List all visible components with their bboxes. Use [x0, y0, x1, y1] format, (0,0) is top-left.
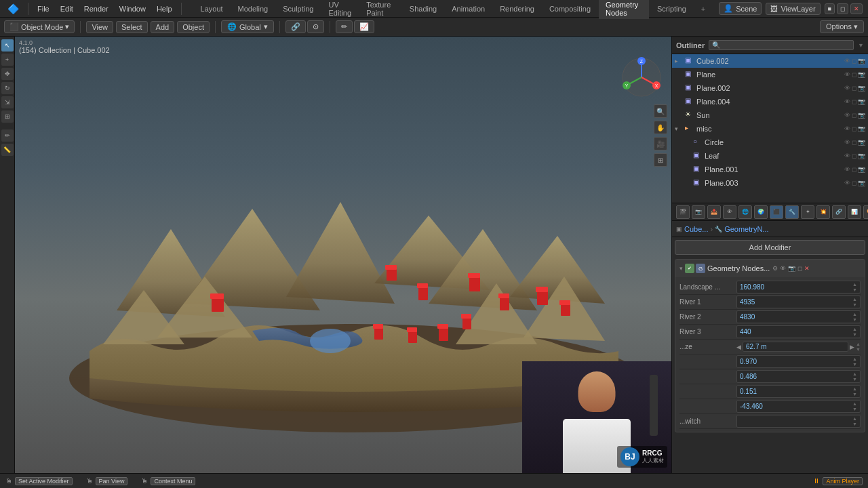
- visibility-icon[interactable]: 👁: [844, 139, 850, 146]
- param-value-0151[interactable]: 0.151 ▲ ▼: [736, 385, 861, 398]
- tab-uv-editing[interactable]: UV Editing: [321, 0, 358, 19]
- view-menu[interactable]: View: [86, 21, 113, 33]
- arrow-down[interactable]: ▼: [852, 362, 857, 367]
- scale-tool[interactable]: ⇲: [1, 96, 14, 108]
- param-value-neg43460[interactable]: -43.460 ▲ ▼: [736, 400, 861, 413]
- move-tool[interactable]: ✥: [1, 68, 14, 80]
- tab-shading[interactable]: Shading: [403, 3, 443, 15]
- options-btn[interactable]: Options ▾: [820, 20, 864, 33]
- visibility-icon[interactable]: 👁: [844, 71, 850, 78]
- navigation-gizmo[interactable]: Z X Y: [621, 57, 662, 98]
- tab-rendering[interactable]: Rendering: [493, 3, 541, 15]
- tab-layout[interactable]: Layout: [194, 3, 230, 15]
- annotate-tool[interactable]: ✏: [1, 129, 14, 142]
- render-icon[interactable]: 📷: [858, 139, 865, 146]
- outliner-item-plane001[interactable]: ▣ Plane.001 👁 ◻ 📷: [672, 163, 868, 176]
- arrow-down[interactable]: ▼: [852, 287, 857, 292]
- arrow-up[interactable]: ▲: [856, 342, 861, 346]
- render-icon[interactable]: 📷: [858, 166, 865, 173]
- select-menu[interactable]: Select: [116, 21, 148, 33]
- arrow-down[interactable]: ▼: [856, 347, 861, 352]
- arrow-down[interactable]: ▼: [852, 377, 857, 382]
- menu-window[interactable]: Window: [115, 3, 151, 14]
- outliner-item-cube002[interactable]: ▸ ▣ Cube.002 👁 ◻ 📷: [672, 54, 868, 68]
- render-icon[interactable]: 📷: [858, 152, 865, 159]
- param-value-witch[interactable]: ▲ ▼: [736, 415, 861, 428]
- menu-file[interactable]: File: [33, 3, 54, 14]
- visibility-icon[interactable]: 👁: [844, 152, 850, 159]
- arrow-down[interactable]: ▼: [852, 407, 857, 411]
- proportional-btn[interactable]: ⊙: [307, 20, 324, 33]
- arrow-down[interactable]: ▼: [852, 302, 857, 307]
- add-modifier-btn[interactable]: Add Modifier: [675, 240, 865, 255]
- arrow-up[interactable]: ▲: [852, 357, 857, 361]
- viewport-icon[interactable]: ◻: [852, 58, 856, 64]
- breadcrumb-geometry[interactable]: GeometryN...: [724, 225, 768, 233]
- top-btn-1[interactable]: ■: [825, 3, 835, 14]
- arrow-up[interactable]: ▲: [852, 371, 857, 376]
- visibility-icon[interactable]: 👁: [844, 85, 850, 92]
- render-icon[interactable]: 📷: [858, 98, 865, 105]
- mode-select-btn[interactable]: ⬛ Object Mode ▾: [4, 20, 75, 33]
- modifier-settings-icon[interactable]: ⚙: [772, 265, 778, 272]
- prop-render-btn[interactable]: 📷: [692, 205, 705, 219]
- viewport-icon[interactable]: ◻: [852, 152, 856, 159]
- visibility-icon[interactable]: 👁: [844, 180, 850, 186]
- param-value-0970[interactable]: 0.970 ▲ ▼: [736, 355, 861, 368]
- prop-obj-btn[interactable]: ⬛: [770, 205, 783, 219]
- arrow-up[interactable]: ▲: [852, 282, 857, 287]
- viewport-icon[interactable]: ◻: [852, 98, 856, 105]
- modifier-expand-icon[interactable]: ▾: [679, 265, 683, 272]
- snap-btn[interactable]: 🔗: [285, 20, 306, 33]
- transform-orientation[interactable]: 🌐 Global ▾: [221, 20, 274, 33]
- visibility-icon[interactable]: 👁: [844, 58, 850, 64]
- param-value-river1[interactable]: 4935 ▲ ▼: [736, 296, 861, 308]
- status-key-anim[interactable]: Anim Player: [823, 477, 863, 485]
- measure-tool[interactable]: 📏: [1, 144, 14, 156]
- visibility-icon[interactable]: 👁: [844, 112, 850, 119]
- outliner-item-misc[interactable]: ▾ ▸ misc 👁 ◻ 📷: [672, 122, 868, 136]
- add-menu[interactable]: Add: [151, 21, 175, 33]
- render-icon[interactable]: 📷: [858, 71, 865, 78]
- viewport-icon[interactable]: ◻: [852, 85, 856, 92]
- viewport-icon[interactable]: ◻: [852, 166, 856, 173]
- breadcrumb-cube[interactable]: Cube...: [684, 225, 708, 233]
- param-value-landscape[interactable]: 160.980 ▲ ▼: [736, 281, 861, 293]
- outliner-item-sun[interactable]: ☀ Sun 👁 ◻ 📷: [672, 108, 868, 122]
- tab-animation[interactable]: Animation: [445, 3, 492, 15]
- size-left-arrow[interactable]: ◀: [736, 344, 741, 350]
- transform-tool[interactable]: ⊞: [1, 110, 14, 123]
- visibility-icon[interactable]: 👁: [844, 98, 850, 105]
- prop-particles-btn[interactable]: ✦: [801, 205, 814, 219]
- rotate-tool[interactable]: ↻: [1, 82, 14, 94]
- outliner-item-plane[interactable]: ▣ Plane 👁 ◻ 📷: [672, 68, 868, 81]
- arrow-up[interactable]: ▲: [852, 386, 857, 391]
- select-tool[interactable]: ↖: [1, 39, 14, 52]
- graph-btn[interactable]: 📈: [354, 20, 374, 33]
- param-value-0486[interactable]: 0.486 ▲ ▼: [736, 370, 861, 383]
- render-icon[interactable]: 📷: [858, 112, 865, 119]
- viewport-icon[interactable]: ◻: [852, 125, 856, 132]
- render-icon[interactable]: 📷: [858, 180, 865, 186]
- viewport-icon[interactable]: ◻: [852, 180, 856, 186]
- param-value-river2[interactable]: 4830 ▲ ▼: [736, 310, 861, 323]
- modifier-render-icon[interactable]: 📷: [788, 265, 795, 272]
- arrow-up[interactable]: ▲: [852, 327, 857, 331]
- annotate-btn[interactable]: ✏: [336, 20, 353, 33]
- prop-view-btn[interactable]: 👁: [723, 205, 736, 219]
- tab-modeling[interactable]: Modeling: [231, 3, 275, 15]
- cursor-tool[interactable]: +: [1, 54, 14, 66]
- object-menu[interactable]: Object: [177, 21, 210, 33]
- prop-physics-btn[interactable]: 💥: [816, 205, 830, 219]
- zoom-in-btn[interactable]: 🔍: [654, 104, 667, 118]
- tab-sculpting[interactable]: Sculpting: [276, 3, 320, 15]
- modifier-enabled-icon[interactable]: ✔: [685, 264, 694, 273]
- orbit-btn[interactable]: 🎥: [654, 137, 667, 150]
- prop-output-btn[interactable]: 📤: [707, 205, 721, 219]
- prop-constraints-btn[interactable]: 🔗: [832, 205, 846, 219]
- tab-texture-paint[interactable]: Texture Paint: [359, 0, 401, 19]
- param-value-size[interactable]: 62.7 m: [743, 342, 848, 352]
- arrow-up[interactable]: ▲: [852, 401, 857, 406]
- arrow-down[interactable]: ▼: [852, 422, 857, 426]
- render-icon[interactable]: 📷: [858, 58, 865, 64]
